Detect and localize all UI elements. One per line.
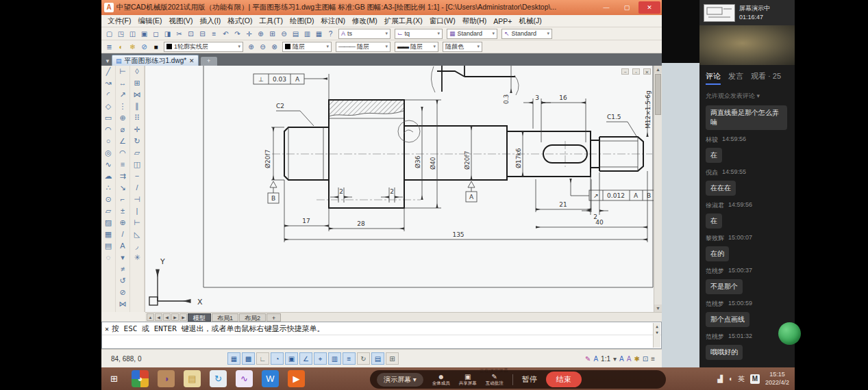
mdi-minimize-icon[interactable]: − xyxy=(621,68,629,75)
status-menu-icon[interactable]: ≡ xyxy=(651,355,655,363)
color-combo[interactable]: 随层▾ xyxy=(282,42,332,52)
dim-diameter-icon[interactable]: ⌀ xyxy=(116,124,129,135)
document-tab[interactable]: ▤ 平面图形练习1.dwg* ✕ xyxy=(112,55,199,66)
annot-scale-a-icon[interactable]: A xyxy=(593,355,598,363)
array-icon[interactable]: ⠿ xyxy=(131,112,144,124)
scrollbar-thumb[interactable] xyxy=(655,74,661,115)
new-icon[interactable]: ▢ xyxy=(103,29,115,39)
break-at-point-icon[interactable]: | xyxy=(131,205,144,217)
menu-item-0[interactable]: 文件(F) xyxy=(104,16,134,26)
end-share-button[interactable]: 结束 xyxy=(546,372,582,387)
zwcad-app-icon[interactable]: ∿ xyxy=(236,370,253,387)
explode-icon[interactable]: ✳ xyxy=(131,252,144,263)
present-screen-button[interactable]: 演示屏幕 ▾ xyxy=(377,373,423,387)
scale-caret-icon[interactable]: ▾ xyxy=(613,355,617,363)
webcam-video[interactable] xyxy=(699,25,795,65)
donut-icon[interactable]: ⊙ xyxy=(102,194,115,205)
sketch-icon[interactable]: ◌ xyxy=(102,252,115,263)
menu-item-1[interactable]: 编辑(E) xyxy=(134,16,165,26)
share-screen-button[interactable]: ▣ 共享屏幕 xyxy=(459,373,477,385)
osnap-icon[interactable]: ▣ xyxy=(285,352,298,365)
circle-icon[interactable]: ○ xyxy=(102,135,115,147)
canvas-scrollbar[interactable]: ▲ ▼ xyxy=(654,66,662,312)
menu-item-10[interactable]: 窗口(W) xyxy=(426,16,459,26)
folder-app-icon[interactable]: ▤ xyxy=(184,370,201,387)
dim-style-combo[interactable]: ⌙ tq▾ xyxy=(395,29,443,39)
dyn-ucs-icon[interactable]: ⌖ xyxy=(314,352,327,365)
sync-app-icon[interactable]: ↻ xyxy=(210,370,227,387)
ime-indicator[interactable]: 英 xyxy=(738,374,745,384)
layer-on-icon[interactable]: ◐ xyxy=(115,42,127,52)
arc-icon[interactable]: ◜ xyxy=(102,89,115,101)
dim-style-icon[interactable]: ▾ xyxy=(116,252,129,263)
video-app-icon[interactable]: ▶ xyxy=(288,370,305,387)
reaction-button[interactable] xyxy=(778,322,801,345)
spline-icon[interactable]: ∿ xyxy=(102,159,115,170)
image-icon[interactable]: ▤ xyxy=(102,240,115,252)
nav-next-icon[interactable]: ▶ xyxy=(171,313,179,321)
redo-icon[interactable]: ↷ xyxy=(232,29,243,39)
layer-combo[interactable]: 1轮廓实线层▾ xyxy=(164,42,243,52)
tab-viewers[interactable]: 观看 · 25 xyxy=(751,71,781,85)
clean-screen-icon[interactable]: ⊡ xyxy=(643,355,648,363)
menu-item-12[interactable]: APP+ xyxy=(490,17,515,25)
pan-icon[interactable]: ✛ xyxy=(243,29,255,39)
model-view-icon[interactable]: ▤ xyxy=(290,29,301,39)
arc-3point-icon[interactable]: ◠ xyxy=(102,124,115,135)
undo-icon[interactable]: ↶ xyxy=(220,29,232,39)
layer-lock-icon[interactable]: ⊘ xyxy=(138,42,150,52)
dim-smart-icon[interactable]: ⊢ xyxy=(116,66,129,77)
share-thumbnail[interactable] xyxy=(704,4,735,22)
fillet-icon[interactable]: ◞ xyxy=(131,240,144,252)
stretch-icon[interactable]: ◫ xyxy=(131,159,144,170)
zoom-previous-icon[interactable]: ⊖ xyxy=(278,29,290,39)
layer-freeze-icon[interactable]: ❄ xyxy=(127,42,138,52)
copy-icon[interactable]: ⊡ xyxy=(185,29,197,39)
otrack-icon[interactable]: ∠ xyxy=(299,352,312,365)
doc-list-caret[interactable]: ▼ xyxy=(103,58,112,66)
line-icon[interactable]: ╱ xyxy=(102,66,115,77)
menu-item-5[interactable]: 工具(T) xyxy=(256,16,286,26)
mirror-icon[interactable]: ⋈ xyxy=(131,89,144,101)
settings-gear-icon[interactable]: ✱ xyxy=(634,355,639,363)
text-style-combo[interactable]: A ts▾ xyxy=(338,29,390,39)
grid-icon[interactable]: ▦ xyxy=(227,352,240,365)
menu-item-8[interactable]: 修改(M) xyxy=(349,16,381,26)
dim-linear-icon[interactable]: ↔ xyxy=(116,77,129,89)
layer-make-current-icon[interactable]: ⊕ xyxy=(245,42,257,52)
zoom-realtime-icon[interactable]: ⊕ xyxy=(255,29,266,39)
comment-permission[interactable]: 允许观众发表评论 ▾ xyxy=(706,92,789,101)
lineweight-toggle-icon[interactable]: ≡ xyxy=(343,352,356,365)
members-button[interactable]: ☻ 全体成员 xyxy=(432,373,450,385)
mleader-style-combo[interactable]: ↖ Standard▾ xyxy=(501,29,552,39)
layer-color-icon[interactable]: ■ xyxy=(150,42,162,52)
speaker-icon[interactable]: ◖ xyxy=(728,375,732,382)
extend-icon[interactable]: ⊣ xyxy=(131,194,144,205)
ortho-icon[interactable]: ∟ xyxy=(256,352,269,365)
plotstyle-combo[interactable]: 随颜色▾ xyxy=(443,42,482,52)
tab-model[interactable]: 模型 xyxy=(188,313,211,322)
layer-manager-icon[interactable]: ≣ xyxy=(103,42,115,52)
dim-ordinate-icon[interactable]: ⋮ xyxy=(116,101,129,112)
menu-item-9[interactable]: 扩展工具(X) xyxy=(381,16,426,26)
command-scrollbar[interactable]: ▲▼ xyxy=(653,323,660,348)
nav-prev-icon[interactable]: ◀ xyxy=(163,313,171,321)
restore-button[interactable]: ▢ xyxy=(618,1,636,14)
chamfer-icon[interactable]: ◺ xyxy=(131,229,144,240)
match-properties-icon[interactable]: ≡ xyxy=(208,29,220,39)
help-icon[interactable]: ? xyxy=(325,29,336,39)
cut-icon[interactable]: ✂ xyxy=(173,29,185,39)
plot-icon[interactable]: ▣ xyxy=(138,29,150,39)
table-style-combo[interactable]: ▦ Standard▾ xyxy=(447,29,497,39)
rotate-icon[interactable]: ↻ xyxy=(131,135,144,147)
lineweight-combo[interactable]: ▬▬ 随层▾ xyxy=(395,42,438,52)
browser-app-icon[interactable]: ◕ xyxy=(132,370,149,387)
publish-icon[interactable]: ◨ xyxy=(162,29,173,39)
ellipse-icon[interactable]: ◎ xyxy=(102,147,115,159)
zoom-window-icon[interactable]: ⊞ xyxy=(266,29,278,39)
dim-inspect-icon[interactable]: ⌖ xyxy=(116,310,129,312)
tab-layout1[interactable]: 布局1 xyxy=(212,313,238,322)
command-window[interactable]: ✕ 按 ESC 或 ENTER 键退出，或者单击鼠标右键显示快捷菜单。 ▲▼ xyxy=(101,322,662,349)
layer-states-icon[interactable]: ⊗ xyxy=(269,42,280,52)
dim-tolerance-icon[interactable]: ± xyxy=(116,205,129,217)
